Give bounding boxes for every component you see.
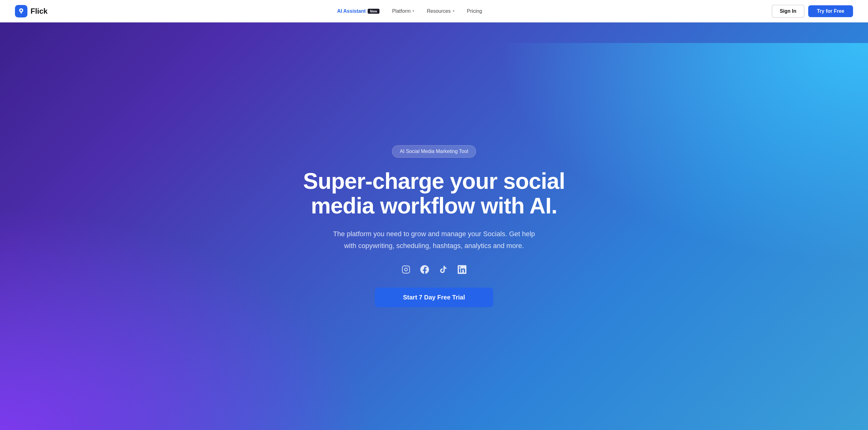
hero-section: AI Social Media Marketing Tool Super-cha… <box>0 0 868 430</box>
svg-point-2 <box>404 268 407 271</box>
hero-subtitle: The platform you need to grow and manage… <box>328 228 540 251</box>
hero-title: Super-charge your social media workflow … <box>301 169 567 218</box>
signin-button[interactable]: Sign In <box>772 5 804 18</box>
cta-button[interactable]: Start 7 Day Free Trial <box>375 287 493 307</box>
nav-item-resources[interactable]: Resources ▾ <box>422 6 459 17</box>
nav-item-platform[interactable]: Platform ▾ <box>387 6 420 17</box>
logo[interactable]: Flick <box>15 5 48 18</box>
nav-links: AI Assistant New Platform ▾ Resources ▾ … <box>332 6 487 17</box>
hero-badge: AI Social Media Marketing Tool <box>392 145 476 158</box>
svg-point-0 <box>20 9 22 11</box>
instagram-icon <box>400 264 411 275</box>
nav-actions: Sign In Try for Free <box>772 5 853 18</box>
try-free-button[interactable]: Try for Free <box>808 5 853 17</box>
nav-item-ai-assistant[interactable]: AI Assistant New <box>332 6 385 17</box>
platform-chevron-icon: ▾ <box>412 9 414 13</box>
resources-chevron-icon: ▾ <box>453 9 455 13</box>
navbar: Flick AI Assistant New Platform ▾ Resour… <box>0 0 868 23</box>
tiktok-icon <box>438 264 449 275</box>
svg-rect-1 <box>402 266 409 273</box>
facebook-icon <box>419 264 430 275</box>
social-icons-row <box>301 264 567 275</box>
new-badge: New <box>368 9 380 14</box>
logo-text: Flick <box>31 7 48 16</box>
hero-content: AI Social Media Marketing Tool Super-cha… <box>294 126 574 326</box>
logo-icon <box>15 5 27 18</box>
nav-item-pricing[interactable]: Pricing <box>462 6 487 17</box>
linkedin-icon <box>457 264 468 275</box>
svg-point-3 <box>407 267 408 268</box>
